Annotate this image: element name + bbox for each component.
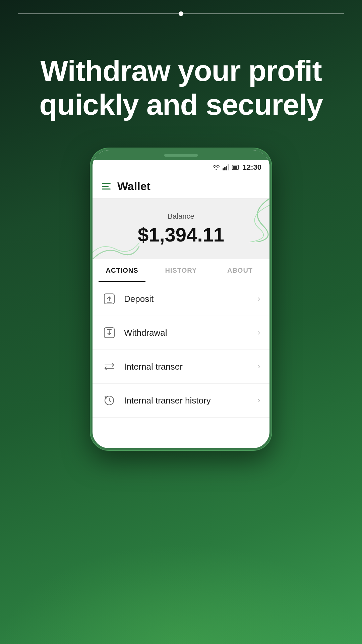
action-item-internal-transfer[interactable]: Internal transer › <box>93 350 269 384</box>
deposit-chevron: › <box>258 294 260 303</box>
svg-rect-3 <box>228 164 229 170</box>
app-header: Wallet <box>93 174 269 199</box>
internal-transfer-label: Internal transer <box>124 362 250 372</box>
balance-card: Balance $1,394.11 <box>93 199 269 259</box>
deposit-icon <box>102 291 117 306</box>
action-item-internal-transfer-history[interactable]: Internal transer history › <box>93 384 269 418</box>
action-list: Deposit › Withdrawal › <box>93 282 269 428</box>
phone-speaker <box>164 154 198 157</box>
internal-transfer-chevron: › <box>258 362 260 371</box>
phone-wrapper: 12:30 Wallet Balance $1 <box>0 148 362 450</box>
deco-left <box>93 226 139 259</box>
svg-rect-5 <box>233 166 237 169</box>
status-icons: 12:30 <box>213 163 261 172</box>
battery-icon <box>232 165 240 170</box>
history-icon <box>102 393 117 408</box>
svg-rect-1 <box>224 167 226 170</box>
progress-dot <box>179 11 183 16</box>
deco-right <box>209 199 269 242</box>
tab-about[interactable]: ABOUT <box>210 259 269 282</box>
bottom-glow <box>0 543 362 644</box>
hero-section: Withdraw your profit quickly and securel… <box>0 27 362 142</box>
hamburger-icon[interactable] <box>102 183 111 190</box>
wifi-icon <box>213 164 220 170</box>
app-title: Wallet <box>117 180 150 193</box>
internal-transfer-history-label: Internal transer history <box>124 395 250 406</box>
signal-icon <box>223 164 229 170</box>
action-item-deposit[interactable]: Deposit › <box>93 282 269 316</box>
status-bar: 12:30 <box>93 160 269 174</box>
status-time: 12:30 <box>243 163 261 172</box>
svg-rect-2 <box>226 166 227 170</box>
withdrawal-label: Withdrawal <box>124 328 250 338</box>
tab-history[interactable]: HISTORY <box>152 259 210 282</box>
hero-headline: Withdraw your profit quickly and securel… <box>20 54 342 121</box>
deposit-label: Deposit <box>124 294 250 304</box>
progress-line <box>0 13 362 14</box>
withdrawal-icon <box>102 325 117 340</box>
svg-rect-0 <box>223 168 224 170</box>
top-bar <box>0 0 362 27</box>
internal-transfer-history-chevron: › <box>258 396 260 405</box>
transfer-icon <box>102 359 117 374</box>
withdrawal-chevron: › <box>258 328 260 337</box>
phone-notch <box>93 150 269 160</box>
tab-actions[interactable]: ACTIONS <box>93 259 152 282</box>
phone-frame: 12:30 Wallet Balance $1 <box>90 148 272 450</box>
action-item-withdrawal[interactable]: Withdrawal › <box>93 316 269 350</box>
tabs-container: ACTIONS HISTORY ABOUT <box>93 259 269 282</box>
